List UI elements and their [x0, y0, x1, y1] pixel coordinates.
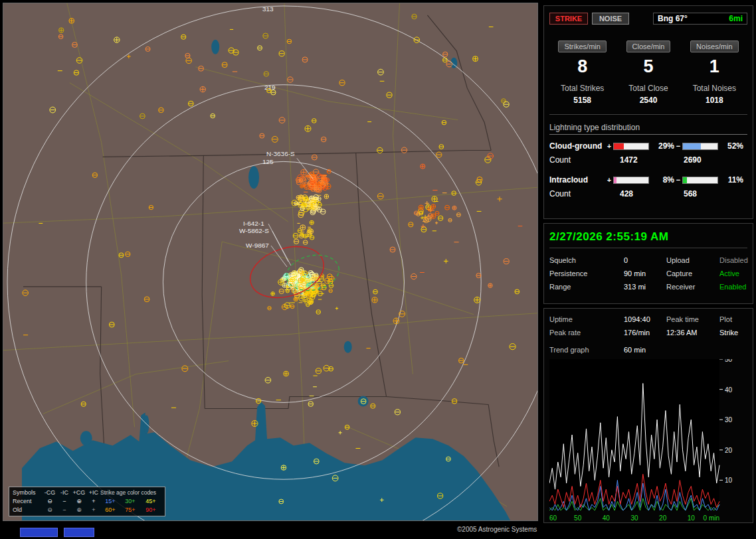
svg-text:30: 30: [630, 514, 638, 522]
cg-neg-old-icon: ⊖: [42, 506, 58, 514]
trend-chart: 50403020106050403020100 min: [549, 359, 749, 523]
svg-text:40: 40: [725, 386, 733, 394]
strike-toggle-button[interactable]: STRIKE: [549, 13, 588, 25]
svg-text:40: 40: [603, 514, 611, 522]
age-90-label: 90+: [140, 506, 161, 514]
legend-header-cg-pos: +CG: [71, 489, 87, 497]
uptime-value: 1094:40: [624, 315, 666, 323]
plot-label: Plot: [719, 315, 747, 323]
datetime-display: 2/27/2026 2:55:19 AM: [549, 230, 747, 244]
svg-text:60: 60: [549, 514, 557, 522]
plus-sign: +: [605, 176, 613, 184]
cg-pos-old-icon: ⊕: [71, 506, 87, 514]
noises-per-min-button[interactable]: Noises/min: [690, 40, 738, 52]
stats-panel: STRIKE NOISE Bng 67° 6mi Strikes/min 8 T…: [543, 5, 753, 219]
trend-graph-row: Trend graph 60 min: [549, 346, 747, 354]
ic-pos-recent-icon: +: [87, 497, 100, 506]
peak-rate-value: 176/min: [624, 329, 666, 337]
ic-positive-percent: 8%: [650, 175, 674, 185]
bearing-value: Bng 67°: [658, 14, 688, 23]
svg-text:20: 20: [725, 447, 733, 454]
age-30-label: 30+: [120, 497, 140, 506]
legend-header-cg-neg: -CG: [42, 489, 58, 497]
age-45-label: 45+: [140, 497, 161, 506]
intracloud-count-row: Count 428 568: [549, 189, 747, 198]
taskbar-item[interactable]: [20, 528, 58, 537]
squelch-value: 0: [624, 256, 666, 264]
age-15-label: 15+: [100, 497, 120, 506]
uptime-label: Uptime: [549, 315, 624, 323]
svg-text:50: 50: [574, 514, 582, 522]
total-strikes-value: 5158: [549, 96, 615, 105]
copyright-text: ©2005 Astrogenic Systems: [457, 526, 537, 533]
cloud-ground-row: Cloud-ground + 29% − 52%: [549, 141, 747, 151]
cg-positive-percent: 29%: [650, 141, 674, 151]
ic-pos-old-icon: +: [87, 506, 100, 514]
persistence-value: 90 min: [624, 270, 666, 277]
svg-text:125: 125: [262, 158, 274, 165]
lightning-map[interactable]: 313219125N-3636-SI-642-1W-5862-SW-9867: [3, 3, 537, 520]
strikes-per-min-button[interactable]: Strikes/min: [558, 40, 606, 52]
svg-text:N-3636-S: N-3636-S: [266, 150, 295, 157]
svg-text:10: 10: [688, 514, 696, 522]
legend-old-label: Old: [13, 506, 42, 514]
svg-text:I-642-1: I-642-1: [243, 220, 264, 227]
ic-negative-bar: [682, 177, 718, 184]
peak-rate-label: Peak rate: [549, 329, 624, 337]
total-close-label: Total Close: [615, 84, 681, 93]
legend-header-ic-neg: -IC: [58, 489, 71, 497]
cg-negative-percent: 52%: [719, 141, 743, 151]
plot-value: Strike: [719, 329, 747, 337]
cg-pos-recent-icon: ⊕: [71, 497, 87, 506]
lightning-map-area[interactable]: 313219125N-3636-SI-642-1W-5862-SW-9867 S…: [3, 3, 538, 521]
total-noises-value: 1018: [682, 96, 747, 105]
close-per-min-button[interactable]: Close/min: [626, 40, 671, 52]
mode-toggle-row: STRIKE NOISE Bng 67° 6mi: [549, 13, 747, 25]
distribution-title: Lightning type distribution: [549, 123, 747, 135]
upload-label: Upload: [666, 256, 719, 264]
ic-neg-recent-icon: −: [58, 497, 71, 506]
taskbar-item[interactable]: [64, 528, 94, 537]
receiver-status: Enabled: [719, 283, 748, 291]
range-label: Range: [549, 283, 624, 291]
age-60-label: 60+: [100, 506, 120, 514]
persistence-label: Persistence: [549, 270, 624, 277]
noise-toggle-button[interactable]: NOISE: [592, 13, 629, 25]
status-panel: 2/27/2026 2:55:19 AM Squelch 0 Upload Di…: [543, 223, 753, 304]
strikes-column: Strikes/min 8 Total Strikes 5158: [549, 40, 615, 105]
upload-status: Disabled: [719, 256, 748, 264]
legend-age-header: Strike age color codes: [100, 489, 161, 497]
control-panel: STRIKE NOISE Bng 67° 6mi Strikes/min 8 T…: [543, 0, 753, 539]
map-legend-grid: Symbols -CG -IC +CG +IC Strike age color…: [13, 489, 161, 514]
ic-negative-count: 568: [682, 189, 743, 198]
ic-negative-percent: 11%: [719, 175, 743, 185]
svg-text:0 min: 0 min: [704, 514, 719, 522]
intracloud-row: Intracloud + 8% − 11%: [549, 175, 747, 185]
svg-text:W-5862-S: W-5862-S: [239, 227, 269, 234]
cg-positive-bar: [613, 143, 649, 150]
svg-text:20: 20: [659, 514, 667, 522]
noises-column: Noises/min 1 Total Noises 1018: [682, 40, 747, 105]
close-per-min-value: 5: [615, 56, 681, 77]
settings-grid: Squelch 0 Upload Disabled Persistence 90…: [549, 256, 747, 291]
trend-graph-window: 60 min: [624, 346, 747, 354]
ic-positive-bar: [613, 177, 649, 184]
noises-per-min-value: 1: [682, 56, 747, 77]
legend-symbols-header: Symbols: [13, 489, 42, 497]
ic-positive-count: 428: [613, 189, 674, 198]
bearing-display: Bng 67° 6mi: [653, 13, 747, 25]
plus-sign: +: [605, 142, 613, 150]
strikes-per-min-value: 8: [549, 56, 615, 77]
cg-negative-count: 2690: [682, 155, 743, 165]
rate-stats-row: Strikes/min 8 Total Strikes 5158 Close/m…: [549, 40, 747, 105]
squelch-label: Squelch: [549, 256, 624, 264]
peak-time-value: 12:36 AM: [666, 329, 719, 337]
svg-text:30: 30: [725, 416, 733, 424]
intracloud-label: Intracloud: [549, 175, 605, 185]
map-legend: Symbols -CG -IC +CG +IC Strike age color…: [9, 487, 165, 516]
svg-text:10: 10: [725, 477, 733, 484]
distance-value: 6mi: [729, 14, 743, 23]
receiver-label: Receiver: [666, 283, 719, 291]
total-noises-label: Total Noises: [682, 84, 747, 93]
count-label: Count: [549, 155, 605, 165]
